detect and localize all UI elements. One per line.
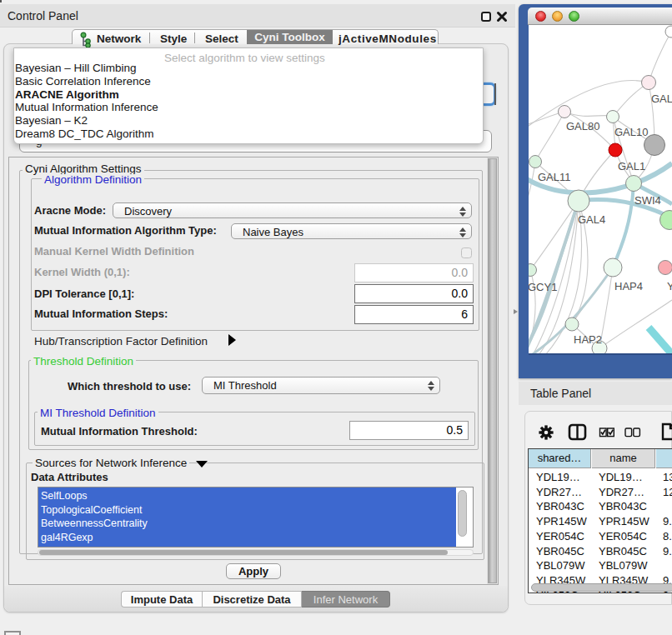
svg-text:SWI4: SWI4 (634, 194, 661, 207)
svg-text:Y: Y (667, 280, 672, 292)
svg-text:GAL1: GAL1 (618, 160, 645, 172)
svg-text:GAL4: GAL4 (578, 213, 605, 226)
svg-text:HAP4: HAP4 (614, 280, 643, 292)
svg-text:GAL: GAL (651, 92, 672, 105)
svg-text:GAL80: GAL80 (566, 120, 599, 132)
svg-text:HAP2: HAP2 (574, 333, 602, 346)
svg-text:GCY1: GCY1 (529, 281, 557, 293)
svg-text:GAL11: GAL11 (538, 171, 571, 183)
svg-text:GAL10: GAL10 (614, 126, 648, 138)
